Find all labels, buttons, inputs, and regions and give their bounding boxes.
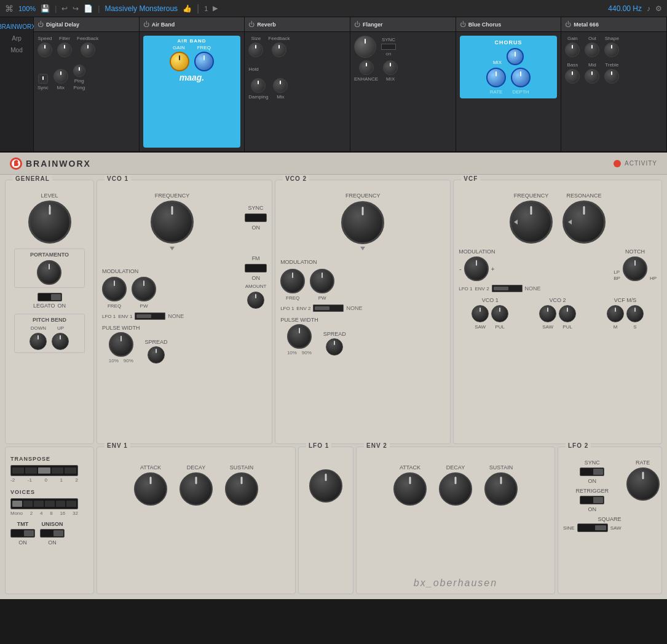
vcf-freq-group: FREQUENCY xyxy=(510,193,553,244)
vco1-freq-knob[interactable] xyxy=(151,201,194,244)
env2-decay-knob[interactable] xyxy=(439,472,472,506)
env1-label: ENV 1 xyxy=(118,314,132,319)
mix-reverb-knob[interactable] xyxy=(273,78,288,93)
down-knob[interactable] xyxy=(30,333,47,350)
flanger-controls: SYNC on ENHANCE MIX xyxy=(354,36,452,82)
vcf-mod-knob[interactable] xyxy=(464,256,489,281)
vco1-freq-mod-knob[interactable] xyxy=(102,277,127,301)
sync-knob-delay[interactable] xyxy=(38,74,48,84)
mix-knob-delay[interactable] xyxy=(53,69,68,84)
freq-knob-ab[interactable] xyxy=(194,52,214,71)
level-knob[interactable] xyxy=(28,201,71,244)
vco1-spread-knob[interactable] xyxy=(148,346,165,364)
size-knob[interactable] xyxy=(248,42,263,57)
vcf-freq-knob[interactable] xyxy=(510,201,553,244)
legato-toggle[interactable] xyxy=(37,293,62,301)
speed-knob[interactable] xyxy=(37,42,52,57)
saw1-knob[interactable] xyxy=(472,305,489,322)
fm-toggle[interactable] xyxy=(245,264,267,272)
sidebar-fx[interactable]: BRAINWORX xyxy=(0,23,36,30)
power-icon-delay[interactable]: ⏻ xyxy=(37,21,44,28)
env2-sustain-knob[interactable] xyxy=(484,472,518,506)
env1-bar[interactable] xyxy=(135,312,165,320)
rate-chorus-knob[interactable] xyxy=(486,68,506,87)
lfo2-shape-slider[interactable] xyxy=(577,523,608,532)
portamento-knob[interactable] xyxy=(37,260,61,285)
gain-metal-knob[interactable] xyxy=(565,42,580,57)
m-knob[interactable] xyxy=(607,305,624,322)
shape-metal-knob[interactable] xyxy=(604,42,619,57)
vco1-pw-mod-knob[interactable] xyxy=(132,277,156,301)
sidebar-mod[interactable]: Mod xyxy=(10,47,22,54)
env1-attack-knob[interactable] xyxy=(134,472,167,506)
vcf-res-knob[interactable] xyxy=(562,201,606,244)
redo-icon[interactable]: ↪ xyxy=(73,4,79,13)
play-icon[interactable]: ▶ xyxy=(213,4,218,12)
voices-slider[interactable] xyxy=(10,498,78,509)
filter-knob[interactable] xyxy=(57,42,72,57)
transpose-slider[interactable] xyxy=(10,465,78,476)
env1-sustain-knob[interactable] xyxy=(225,472,258,506)
notes-icon[interactable]: 📄 xyxy=(84,4,93,13)
lfo2-retrigger-toggle[interactable] xyxy=(580,496,604,504)
like-icon[interactable]: 👍 xyxy=(183,4,192,13)
vco2-pw-label: PULSE WIDTH xyxy=(280,317,318,323)
power-icon-reverb[interactable]: ⏻ xyxy=(248,21,255,28)
vco2-spread-knob[interactable] xyxy=(326,338,343,356)
pul1-knob[interactable] xyxy=(491,305,508,322)
tuner-icon[interactable]: ♪ xyxy=(647,4,650,13)
settings-icon[interactable]: ⚙ xyxy=(655,4,662,13)
vco2-pw-mod-knob[interactable] xyxy=(310,269,334,293)
mix-flanger-knob[interactable] xyxy=(383,60,398,75)
undo-icon[interactable]: ↩ xyxy=(61,4,68,13)
env1-decay-knob[interactable] xyxy=(180,472,213,506)
tmt-toggle[interactable] xyxy=(10,529,35,538)
save-icon[interactable]: 💾 xyxy=(41,4,50,13)
ping-knob[interactable] xyxy=(73,65,85,77)
vco1-pw-mod: PW xyxy=(132,277,156,309)
env2-attack-knob[interactable] xyxy=(393,472,427,506)
feedback-reverb-knob[interactable] xyxy=(272,42,286,57)
vco1-pw-knob[interactable] xyxy=(109,332,133,357)
sync-vco1-toggle[interactable] xyxy=(245,213,267,222)
mix-chorus-knob[interactable] xyxy=(507,48,524,65)
vco2-pw-knob[interactable] xyxy=(287,324,312,349)
unison-toggle[interactable] xyxy=(40,529,65,538)
feedback-knob[interactable] xyxy=(81,42,95,57)
lfo2-sync-toggle[interactable] xyxy=(580,467,604,476)
speed-flanger-knob[interactable] xyxy=(354,36,376,58)
damping-knob[interactable] xyxy=(251,78,266,93)
lfo2-panel: LFO 2 SYNC ON RETRIGGER xyxy=(558,447,662,594)
power-icon-chorus[interactable]: ⏻ xyxy=(460,21,466,28)
saw2-knob[interactable] xyxy=(539,305,556,322)
vco2-freq-mod-knob[interactable] xyxy=(280,269,305,293)
vco1-amount-knob[interactable] xyxy=(247,292,264,309)
vco2-freq-knob[interactable] xyxy=(341,201,384,244)
gain-knob-ab[interactable] xyxy=(170,52,189,71)
sidebar-arp[interactable]: Arp xyxy=(12,35,22,42)
lfo1-rate-knob[interactable] xyxy=(309,469,342,503)
sync-flanger-toggle[interactable] xyxy=(381,44,396,50)
power-icon-airband[interactable]: ⏻ xyxy=(143,21,149,28)
vcf-top-row: FREQUENCY RESONANCE xyxy=(459,193,657,244)
power-icon-metal[interactable]: ⏻ xyxy=(565,21,571,28)
pul2-knob[interactable] xyxy=(559,305,576,322)
s-knob[interactable] xyxy=(626,305,644,322)
speed-group: Speed xyxy=(37,36,52,57)
depth-chorus-knob[interactable] xyxy=(511,68,531,87)
v-tick-1 xyxy=(12,501,22,507)
vcf-env2-bar[interactable] xyxy=(492,285,523,292)
mid-knob[interactable] xyxy=(585,69,599,84)
lfo2-rate-knob[interactable] xyxy=(626,467,660,501)
reverb-row1: Size Feedback xyxy=(248,36,346,57)
env2-vco2-bar[interactable] xyxy=(313,304,344,312)
fx-module-header-flanger: ⏻ Flanger xyxy=(350,17,456,32)
out-metal-knob[interactable] xyxy=(585,42,599,57)
saw1-label: SAW xyxy=(475,324,486,330)
vcf-notch-knob[interactable] xyxy=(623,256,647,281)
bass-knob[interactable] xyxy=(565,69,580,84)
enhance-knob[interactable] xyxy=(359,60,374,75)
power-icon-flanger[interactable]: ⏻ xyxy=(354,21,360,28)
up-knob[interactable] xyxy=(52,333,69,350)
treble-knob[interactable] xyxy=(604,69,619,84)
